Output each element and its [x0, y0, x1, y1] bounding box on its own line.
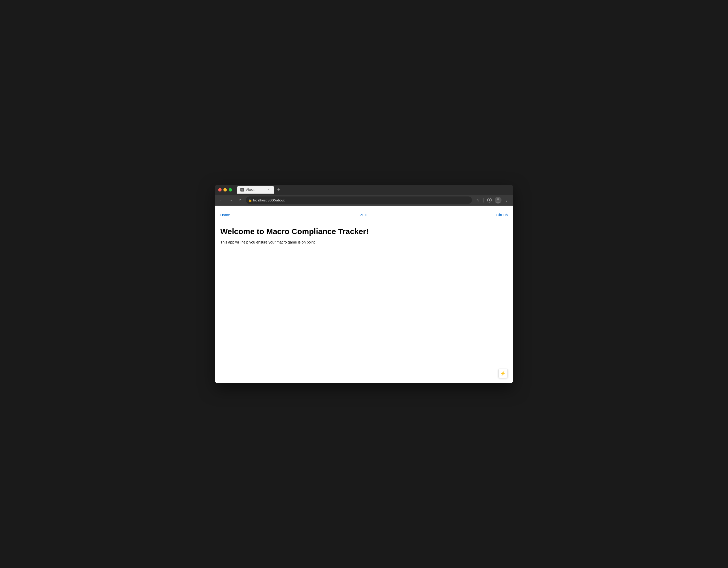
profile-avatar[interactable] [495, 197, 501, 204]
minimize-button[interactable] [223, 188, 227, 192]
bookmark-icon[interactable]: ☆ [474, 196, 481, 204]
maximize-button[interactable] [229, 188, 232, 192]
close-button[interactable] [218, 188, 222, 192]
active-tab[interactable]: About × [237, 186, 274, 194]
main-content: Welcome to Macro Compliance Tracker! Thi… [220, 224, 508, 247]
tab-close-button[interactable]: × [267, 188, 271, 192]
reload-button[interactable]: ↺ [236, 196, 244, 204]
svg-point-4 [497, 198, 499, 200]
toolbar-divider [483, 198, 484, 202]
svg-point-0 [241, 189, 243, 191]
page-description: This app will help you ensure your macro… [220, 240, 508, 244]
toolbar-actions: ☆ ⋮ [474, 196, 510, 204]
github-link[interactable]: GitHub [496, 213, 508, 217]
svg-point-2 [489, 199, 490, 201]
title-bar: About × + [215, 185, 513, 195]
extension-icon[interactable] [486, 196, 493, 204]
new-tab-button[interactable]: + [275, 186, 282, 193]
address-input[interactable] [246, 196, 472, 204]
tab-favicon [240, 188, 244, 192]
address-input-wrapper: 🔒 [246, 196, 472, 204]
traffic-lights [218, 188, 232, 192]
page-heading: Welcome to Macro Compliance Tracker! [220, 227, 508, 236]
tab-label: About [246, 188, 264, 192]
lightning-badge[interactable]: ⚡ [498, 369, 508, 378]
address-bar: ← → ↺ 🔒 ☆ [215, 195, 513, 206]
nav-links: Home ZEIT GitHub [220, 211, 508, 221]
zeit-link[interactable]: ZEIT [360, 213, 368, 217]
back-button[interactable]: ← [218, 196, 225, 204]
forward-button[interactable]: → [227, 196, 234, 204]
home-link[interactable]: Home [220, 213, 230, 217]
page-content: Home ZEIT GitHub Welcome to Macro Compli… [215, 206, 513, 383]
lock-icon: 🔒 [249, 199, 252, 202]
browser-window: About × + ← → ↺ 🔒 ☆ [215, 185, 513, 383]
tab-bar: About × + [237, 186, 510, 194]
menu-icon[interactable]: ⋮ [503, 196, 510, 204]
